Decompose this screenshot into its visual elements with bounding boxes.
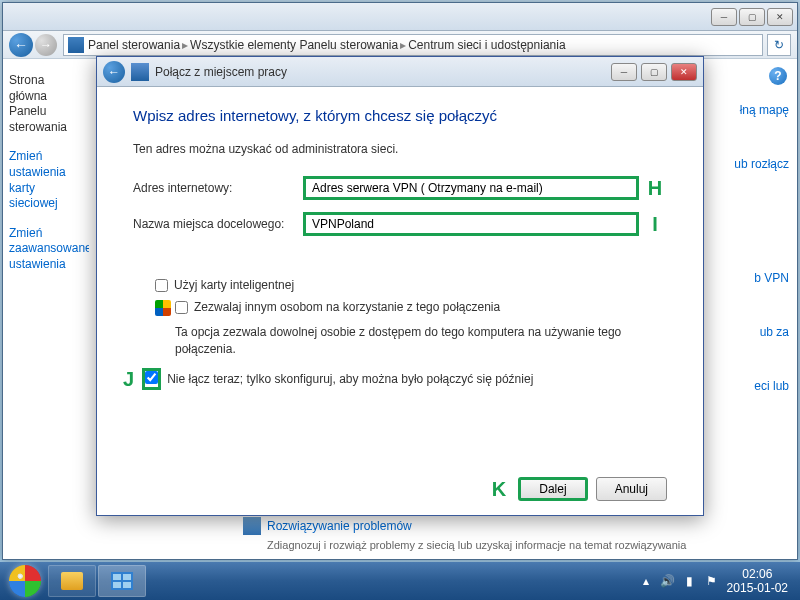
right-link[interactable]: eci lub bbox=[719, 379, 789, 393]
name-row: Nazwa miejsca docelowego: I bbox=[133, 212, 667, 236]
dialog-minimize-button[interactable]: ─ bbox=[611, 63, 637, 81]
dialog-desc: Ten adres można uzyskać od administrator… bbox=[133, 142, 667, 156]
internet-address-input[interactable] bbox=[303, 176, 639, 200]
control-panel-icon bbox=[68, 37, 84, 53]
allow-others-desc: Ta opcja zezwala dowolnej osobie z dostę… bbox=[175, 324, 667, 358]
marker-i: I bbox=[643, 213, 667, 236]
dialog-back-button[interactable]: ← bbox=[103, 61, 125, 83]
right-link[interactable]: ub za bbox=[719, 325, 789, 339]
dont-connect-checkbox[interactable] bbox=[145, 371, 158, 384]
address-label: Adres internetowy: bbox=[133, 181, 303, 195]
nav-back-button[interactable]: ← bbox=[9, 33, 33, 57]
troubleshoot-link[interactable]: Rozwiązywanie problemów bbox=[243, 517, 686, 535]
breadcrumb-item[interactable]: Panel sterowania bbox=[88, 38, 180, 52]
options-group: Użyj karty inteligentnej Zezwalaj innym … bbox=[155, 278, 667, 399]
bottom-section: Rozwiązywanie problemów Zdiagnozuj i roz… bbox=[243, 517, 686, 551]
smartcard-checkbox[interactable] bbox=[155, 279, 168, 292]
taskbar-explorer[interactable] bbox=[48, 565, 96, 597]
address-row: Adres internetowy: H bbox=[133, 176, 667, 200]
minimize-button[interactable]: ─ bbox=[711, 8, 737, 26]
dialog-heading: Wpisz adres internetowy, z którym chcesz… bbox=[133, 107, 667, 124]
cancel-button[interactable]: Anuluj bbox=[596, 477, 667, 501]
next-button[interactable]: Dalej bbox=[518, 477, 587, 501]
dialog-maximize-button[interactable]: ▢ bbox=[641, 63, 667, 81]
right-link[interactable]: b VPN bbox=[719, 271, 789, 285]
side-link-adapter[interactable]: Zmień ustawienia karty sieciowej bbox=[9, 149, 83, 211]
side-link-sharing[interactable]: Zmień zaawansowane ustawienia bbox=[9, 226, 83, 273]
taskbar-control-panel[interactable] bbox=[98, 565, 146, 597]
chevron-right-icon: ▸ bbox=[400, 38, 406, 52]
checkbox-highlight bbox=[142, 368, 161, 390]
clock-date: 2015-01-02 bbox=[727, 581, 788, 595]
dialog-title-bar: ← Połącz z miejscem pracy ─ ▢ ✕ bbox=[97, 57, 703, 87]
right-link[interactable]: ub rozłącz bbox=[719, 157, 789, 171]
action-center-icon[interactable]: ⚑ bbox=[705, 574, 719, 588]
troubleshoot-label: Rozwiązywanie problemów bbox=[267, 519, 412, 533]
breadcrumb[interactable]: Panel sterowania ▸ Wszystkie elementy Pa… bbox=[63, 34, 763, 56]
side-panel: Strona główna Panelu sterowania Zmień us… bbox=[3, 59, 89, 559]
workplace-icon bbox=[131, 63, 149, 81]
smartcard-label: Użyj karty inteligentnej bbox=[174, 278, 294, 292]
troubleshoot-desc: Zdiagnozuj i rozwiąż problemy z siecią l… bbox=[267, 539, 686, 551]
marker-k: K bbox=[492, 478, 506, 501]
refresh-button[interactable]: ↻ bbox=[767, 34, 791, 56]
connect-workplace-dialog: ← Połącz z miejscem pracy ─ ▢ ✕ Wpisz ad… bbox=[96, 56, 704, 516]
destination-name-input[interactable] bbox=[303, 212, 639, 236]
dialog-body: Wpisz adres internetowy, z którym chcesz… bbox=[97, 87, 703, 515]
troubleshoot-icon bbox=[243, 517, 261, 535]
tray-up-icon[interactable]: ▴ bbox=[639, 574, 653, 588]
allow-others-checkbox[interactable] bbox=[175, 301, 188, 314]
nav-bar: ← → Panel sterowania ▸ Wszystkie element… bbox=[3, 31, 797, 59]
shield-icon bbox=[155, 300, 171, 316]
destination-name-label: Nazwa miejsca docelowego: bbox=[133, 217, 303, 231]
breadcrumb-item[interactable]: Centrum sieci i udostępniania bbox=[408, 38, 565, 52]
maximize-button[interactable]: ▢ bbox=[739, 8, 765, 26]
folder-icon bbox=[61, 572, 83, 590]
volume-icon[interactable]: 🔊 bbox=[661, 574, 675, 588]
right-link[interactable]: łną mapę bbox=[719, 103, 789, 117]
allow-others-row: Zezwalaj innym osobom na korzystanie z t… bbox=[155, 300, 667, 316]
system-tray: ▴ 🔊 ▮ ⚑ 02:06 2015-01-02 bbox=[639, 567, 796, 596]
dont-connect-label: Nie łącz teraz; tylko skonfiguruj, aby m… bbox=[167, 372, 533, 386]
taskbar: ▴ 🔊 ▮ ⚑ 02:06 2015-01-02 bbox=[0, 562, 800, 600]
clock[interactable]: 02:06 2015-01-02 bbox=[727, 567, 788, 596]
smartcard-check-row[interactable]: Użyj karty inteligentnej bbox=[155, 278, 667, 292]
network-icon[interactable]: ▮ bbox=[683, 574, 697, 588]
close-button[interactable]: ✕ bbox=[767, 8, 793, 26]
allow-others-label: Zezwalaj innym osobom na korzystanie z t… bbox=[194, 300, 500, 314]
nav-forward-button: → bbox=[35, 34, 57, 56]
marker-j: J bbox=[123, 368, 134, 391]
chevron-right-icon: ▸ bbox=[182, 38, 188, 52]
windows-logo-icon bbox=[9, 565, 41, 597]
right-panel: łną mapę ub rozłącz b VPN ub za eci lub bbox=[719, 65, 789, 433]
dialog-close-button[interactable]: ✕ bbox=[671, 63, 697, 81]
start-button[interactable] bbox=[4, 562, 46, 600]
title-bar: ─ ▢ ✕ bbox=[3, 3, 797, 31]
dont-connect-row: J Nie łącz teraz; tylko skonfiguruj, aby… bbox=[123, 368, 667, 391]
control-panel-icon bbox=[111, 572, 133, 590]
dialog-footer: K Dalej Anuluj bbox=[133, 465, 667, 501]
dialog-title: Połącz z miejscem pracy bbox=[155, 65, 609, 79]
side-link-home[interactable]: Strona główna Panelu sterowania bbox=[9, 73, 83, 135]
marker-h: H bbox=[643, 177, 667, 200]
breadcrumb-item[interactable]: Wszystkie elementy Panelu sterowania bbox=[190, 38, 398, 52]
clock-time: 02:06 bbox=[727, 567, 788, 581]
